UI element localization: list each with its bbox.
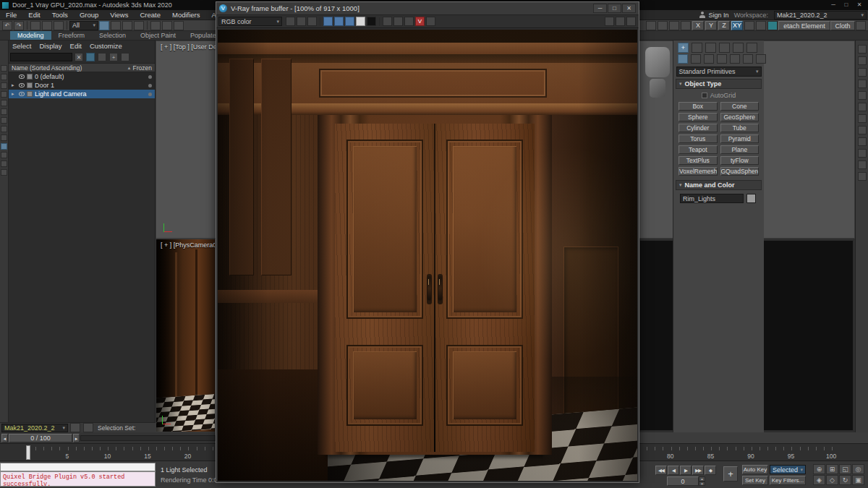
current-frame-field[interactable]: 0 — [667, 476, 699, 486]
toolbar-icon[interactable] — [858, 45, 867, 53]
visibility-eye-icon[interactable] — [19, 92, 25, 96]
angle-snap-icon[interactable] — [756, 21, 766, 30]
category-geometry-icon[interactable] — [678, 54, 688, 64]
close-icon[interactable]: ✕ — [622, 4, 636, 13]
menu-item[interactable]: Group — [74, 11, 104, 19]
next-frame-arrow[interactable]: ▸ — [73, 434, 80, 442]
primitive-button[interactable]: Cylinder — [678, 124, 718, 132]
primitive-category-dropdown[interactable]: Standard Primitives ▾ — [676, 67, 762, 77]
play-button[interactable]: ▶ — [680, 466, 692, 475]
visibility-eye-icon[interactable] — [19, 74, 25, 79]
vfb-track-mouse-icon[interactable] — [616, 17, 625, 26]
primitive-button[interactable]: Plane — [720, 145, 760, 154]
toolbar-icon[interactable] — [1, 160, 7, 167]
toolbar-icon[interactable] — [1, 126, 7, 132]
go-to-end-button[interactable]: ▶▶ — [692, 466, 704, 475]
named-selection-combo[interactable]: Mak21_2020.2_2 ▾ — [1, 424, 68, 432]
vfb-mono-channel-icon[interactable] — [367, 17, 376, 26]
scene-explorer-menu-item[interactable]: Select — [12, 42, 31, 50]
vfb-compare-icon[interactable] — [393, 17, 403, 26]
key-mode-button[interactable]: ◆ — [705, 466, 716, 475]
redo-icon[interactable]: ↷ — [14, 21, 24, 30]
axis-xy-button[interactable]: XY — [731, 21, 743, 30]
category-shapes-icon[interactable] — [691, 54, 701, 64]
vfb-channel-dropdown[interactable]: RGB color ▾ — [218, 17, 282, 26]
frozen-column-header[interactable]: Frozen — [133, 64, 152, 72]
toolbar-icon[interactable] — [1, 134, 7, 141]
menu-item[interactable]: File — [0, 11, 22, 19]
tab-hierarchy-icon[interactable] — [705, 43, 716, 53]
layer-manager-icon[interactable] — [669, 21, 679, 30]
scene-explorer-row[interactable]: ▸ Door 1 — [9, 81, 155, 90]
tab-selection[interactable]: Selection — [92, 31, 133, 40]
snap-toggle-icon[interactable] — [744, 21, 754, 30]
primitive-button[interactable]: Teapot — [678, 145, 718, 154]
set-key-button[interactable]: Set Key — [742, 476, 768, 485]
primitive-button[interactable]: TextPlus — [678, 156, 718, 165]
selection-filter-dropdown[interactable]: All ▾ — [69, 21, 98, 30]
expand-icon[interactable]: ▸ — [12, 82, 17, 88]
scene-explorer-menu-item[interactable]: Customize — [90, 42, 122, 50]
scene-explorer-row[interactable]: 0 (default) — [9, 72, 155, 81]
orbit-icon[interactable]: ↻ — [839, 475, 851, 485]
vfb-settings-icon[interactable] — [626, 17, 636, 26]
frozen-dot-icon[interactable] — [148, 93, 152, 96]
toolbar-icon[interactable] — [858, 68, 867, 77]
viewport-camera-label[interactable]: [ + ] [PhysCamera001] — [161, 241, 216, 249]
time-slider-handle[interactable]: 0 / 100 — [9, 434, 72, 442]
toolbar-icon[interactable] — [858, 172, 867, 181]
toolbar-icon[interactable] — [1, 100, 7, 106]
select-link-icon[interactable] — [30, 21, 41, 30]
vfb-region-render-icon[interactable] — [404, 17, 414, 26]
clear-search-icon[interactable]: ✕ — [75, 53, 83, 61]
category-spacewarps-icon[interactable] — [743, 54, 753, 64]
toolbar-icon[interactable] — [1, 91, 7, 98]
workspace-dropdown[interactable]: Mak21_2020.2_2 ▾ — [774, 11, 867, 20]
primitive-button[interactable]: Cone — [720, 102, 760, 111]
select-object-icon[interactable] — [99, 21, 109, 30]
scene-explorer-menu-item[interactable]: Edit — [70, 42, 82, 50]
primitive-button[interactable]: Tube — [720, 124, 760, 132]
category-helpers-icon[interactable] — [730, 54, 740, 64]
vfb-blue-channel-icon[interactable] — [345, 17, 354, 26]
pick-parent-icon[interactable] — [98, 53, 106, 61]
tab-utilities-icon[interactable] — [746, 43, 757, 53]
render-production-icon[interactable] — [767, 21, 778, 30]
minimize-icon[interactable]: ─ — [827, 1, 840, 9]
isolate-icon[interactable] — [83, 423, 93, 432]
rectangular-region-icon[interactable] — [122, 21, 132, 30]
menu-item[interactable]: Create — [134, 11, 166, 19]
primitive-button[interactable]: VoxelRemesh — [678, 167, 718, 176]
mirror-icon[interactable] — [646, 21, 656, 30]
tab-display-icon[interactable] — [733, 43, 744, 53]
menu-item[interactable]: Views — [104, 11, 134, 19]
primitive-button[interactable]: GQuadSphere — [720, 167, 760, 176]
tab-create-icon[interactable]: + — [678, 43, 689, 53]
set-keys-button[interactable]: + — [723, 466, 738, 481]
vfb-load-image-icon[interactable] — [297, 17, 306, 26]
vfb-clear-image-icon[interactable] — [307, 17, 317, 26]
align-icon[interactable] — [658, 21, 668, 30]
tab-modeling[interactable]: Modeling — [10, 31, 51, 40]
toolbar-icon[interactable] — [858, 91, 867, 100]
current-frame-marker[interactable] — [26, 445, 30, 460]
undo-icon[interactable]: ↶ — [2, 21, 12, 30]
toolbar-icon[interactable] — [1, 74, 7, 80]
select-by-name-icon[interactable] — [111, 21, 121, 30]
zoom-region-icon[interactable]: ◈ — [813, 475, 825, 485]
axis-z-button[interactable]: Z — [718, 21, 730, 30]
toolbar-icon[interactable] — [858, 149, 867, 158]
primitive-button[interactable]: Pyramid — [720, 134, 760, 143]
filter-icon[interactable] — [86, 53, 95, 61]
maxscript-mini-listener[interactable] — [0, 463, 156, 471]
field-of-view-icon[interactable]: ◎ — [852, 464, 864, 474]
zoom-icon[interactable]: ⊕ — [813, 464, 825, 474]
window-crossing-icon[interactable] — [134, 21, 144, 30]
toolbar-icon[interactable] — [1, 65, 7, 72]
toolbar-icon[interactable] — [858, 56, 867, 65]
vfb-alpha-channel-icon[interactable] — [356, 17, 365, 26]
primitive-button[interactable]: GeoSphere — [720, 113, 760, 121]
vfb-duplicate-icon[interactable] — [383, 17, 392, 26]
curve-editor-icon[interactable] — [681, 21, 691, 30]
vfb-save-image-icon[interactable] — [286, 17, 295, 26]
